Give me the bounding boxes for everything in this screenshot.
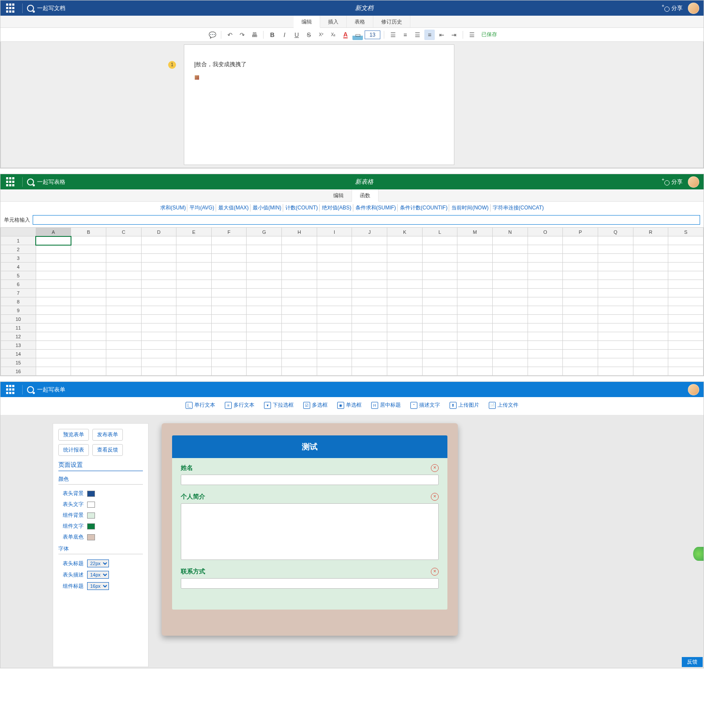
color-swatch[interactable] bbox=[87, 534, 95, 540]
cell[interactable] bbox=[141, 236, 176, 245]
cell[interactable] bbox=[36, 341, 71, 350]
cell[interactable] bbox=[563, 324, 598, 332]
cell[interactable] bbox=[282, 289, 317, 297]
tab-history[interactable]: 修订历史 bbox=[373, 16, 410, 27]
row-header[interactable]: 15 bbox=[1, 358, 36, 367]
cell[interactable] bbox=[668, 358, 704, 367]
cell[interactable] bbox=[36, 358, 71, 367]
cell[interactable] bbox=[528, 315, 563, 324]
cell[interactable] bbox=[352, 263, 387, 271]
cell[interactable] bbox=[563, 263, 598, 271]
cell[interactable] bbox=[176, 341, 212, 350]
sheet-title[interactable]: 新表格 bbox=[65, 178, 663, 186]
cell[interactable] bbox=[457, 350, 493, 358]
cell[interactable] bbox=[176, 236, 212, 245]
cell[interactable] bbox=[247, 350, 282, 358]
apps-menu-icon[interactable] bbox=[5, 177, 15, 187]
cell[interactable] bbox=[141, 358, 176, 367]
align-center-icon[interactable]: ≡ bbox=[400, 30, 410, 40]
cell[interactable] bbox=[598, 358, 633, 367]
cell[interactable] bbox=[457, 324, 493, 332]
cell[interactable] bbox=[528, 306, 563, 315]
cell[interactable] bbox=[282, 306, 317, 315]
col-header[interactable]: N bbox=[492, 228, 528, 236]
cell[interactable] bbox=[528, 297, 563, 306]
cell[interactable] bbox=[598, 324, 633, 332]
cell[interactable] bbox=[176, 297, 212, 306]
delete-icon[interactable]: × bbox=[431, 464, 439, 472]
cell[interactable] bbox=[387, 350, 423, 358]
cell[interactable] bbox=[71, 332, 106, 341]
delete-icon[interactable]: × bbox=[431, 568, 439, 576]
row-header[interactable]: 11 bbox=[1, 324, 36, 332]
cell[interactable] bbox=[176, 350, 212, 358]
cell[interactable] bbox=[282, 280, 317, 289]
function-link[interactable]: 求和(SUM) bbox=[159, 204, 188, 212]
cell[interactable] bbox=[211, 341, 247, 350]
cell[interactable] bbox=[457, 341, 493, 350]
cell[interactable] bbox=[633, 254, 668, 263]
cell[interactable] bbox=[352, 280, 387, 289]
cell[interactable] bbox=[528, 236, 563, 245]
cell[interactable] bbox=[387, 289, 423, 297]
col-header[interactable]: I bbox=[317, 228, 352, 236]
cell[interactable] bbox=[422, 271, 457, 280]
cell[interactable] bbox=[457, 332, 493, 341]
cell[interactable] bbox=[141, 263, 176, 271]
cell[interactable] bbox=[211, 245, 247, 254]
cell[interactable] bbox=[492, 297, 528, 306]
cell[interactable] bbox=[633, 280, 668, 289]
col-header[interactable]: R bbox=[633, 228, 668, 236]
cell[interactable] bbox=[176, 254, 212, 263]
cell[interactable] bbox=[106, 332, 141, 341]
cell[interactable] bbox=[422, 332, 457, 341]
cell[interactable] bbox=[528, 280, 563, 289]
cell[interactable] bbox=[247, 236, 282, 245]
cell[interactable] bbox=[387, 306, 423, 315]
cell[interactable] bbox=[598, 350, 633, 358]
cell[interactable] bbox=[106, 263, 141, 271]
cell[interactable] bbox=[247, 263, 282, 271]
form-tool-上传文件[interactable]: 📄上传文件 bbox=[489, 401, 518, 409]
cell[interactable] bbox=[492, 280, 528, 289]
cell[interactable] bbox=[247, 341, 282, 350]
cell[interactable] bbox=[36, 332, 71, 341]
row-header[interactable]: 5 bbox=[1, 271, 36, 280]
cell[interactable] bbox=[387, 280, 423, 289]
cell[interactable] bbox=[106, 324, 141, 332]
comment-icon[interactable]: 💬 bbox=[207, 30, 217, 40]
cell[interactable] bbox=[317, 271, 352, 280]
cell[interactable] bbox=[598, 297, 633, 306]
font-select[interactable]: 14px bbox=[87, 571, 109, 579]
row-header[interactable]: 3 bbox=[1, 254, 36, 263]
cell[interactable] bbox=[633, 306, 668, 315]
font-select[interactable]: 16px bbox=[87, 582, 109, 590]
cell[interactable] bbox=[563, 297, 598, 306]
row-header[interactable]: 1 bbox=[1, 236, 36, 245]
function-link[interactable]: 字符串连接(CONCAT) bbox=[491, 204, 545, 212]
cell[interactable] bbox=[247, 306, 282, 315]
cell[interactable] bbox=[247, 324, 282, 332]
cell[interactable] bbox=[633, 332, 668, 341]
cell[interactable] bbox=[422, 263, 457, 271]
strike-icon[interactable]: S bbox=[304, 30, 314, 40]
cell[interactable] bbox=[352, 289, 387, 297]
cell[interactable] bbox=[141, 332, 176, 341]
cell[interactable] bbox=[141, 271, 176, 280]
cell[interactable] bbox=[492, 236, 528, 245]
cell[interactable] bbox=[457, 306, 493, 315]
col-header[interactable]: M bbox=[457, 228, 493, 236]
cell[interactable] bbox=[176, 271, 212, 280]
cell[interactable] bbox=[71, 289, 106, 297]
cell[interactable] bbox=[247, 358, 282, 367]
cell[interactable] bbox=[563, 254, 598, 263]
doc-title[interactable]: 新文档 bbox=[65, 4, 663, 12]
cell[interactable] bbox=[282, 236, 317, 245]
cell[interactable] bbox=[563, 341, 598, 350]
cell[interactable] bbox=[36, 289, 71, 297]
avatar[interactable] bbox=[688, 3, 699, 14]
cell[interactable] bbox=[492, 271, 528, 280]
function-link[interactable]: 条件求和(SUMIF) bbox=[354, 204, 398, 212]
cell[interactable] bbox=[282, 332, 317, 341]
cell[interactable] bbox=[317, 297, 352, 306]
